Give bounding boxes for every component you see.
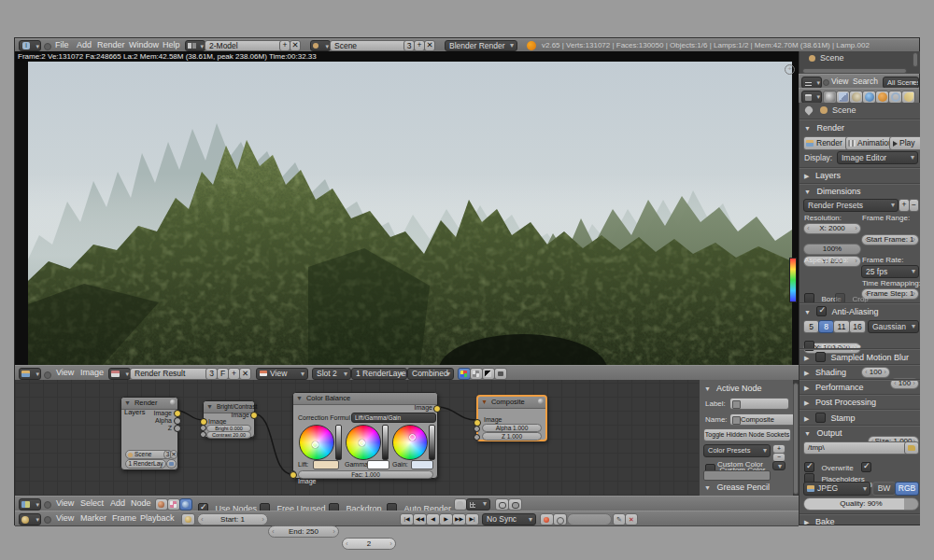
aa-samples-16[interactable]: 16	[849, 320, 866, 333]
post-processing-panel-header[interactable]: Post Processing	[804, 398, 876, 407]
header-collapse-dot[interactable]	[44, 516, 51, 524]
tab-render-layers[interactable]	[836, 91, 850, 104]
preset-menu-button[interactable]	[772, 461, 785, 470]
node-menu-node[interactable]: Node	[131, 497, 151, 511]
cb-gain-cursor[interactable]	[409, 434, 416, 441]
copy-node-group-button[interactable]	[495, 498, 509, 511]
cb-formula-dropdown[interactable]: Lift/Gamma/Gain	[351, 413, 436, 423]
quality-slider[interactable]: Quality: 90%	[803, 497, 919, 511]
tree-type-texture-button[interactable]	[167, 498, 180, 511]
keying-set-icon-button[interactable]	[553, 513, 567, 525]
socket-alpha-out[interactable]	[174, 417, 181, 425]
image-editor-canvas[interactable]: +	[15, 62, 799, 365]
header-collapse-dot[interactable]	[823, 79, 829, 86]
preset-remove-button[interactable]: −	[909, 199, 919, 212]
node-menu-select[interactable]: Select	[80, 497, 104, 511]
grease-pencil-panel-header[interactable]: Grease Pencil	[704, 483, 770, 492]
stamp-panel-header[interactable]: Stamp	[804, 413, 855, 423]
play-button[interactable]: ▶	[439, 513, 453, 525]
full-sample-row[interactable]: Full Sample	[804, 336, 861, 353]
collapse-icon[interactable]	[481, 398, 491, 406]
shading-panel-header[interactable]: Shading	[804, 368, 846, 377]
bc-socket-image-out[interactable]	[250, 412, 258, 419]
play-reverse-button[interactable]: ◀	[426, 513, 440, 525]
cb-lift-cursor[interactable]	[312, 441, 318, 448]
layout-delete-button[interactable]: ✕	[290, 40, 301, 51]
node-menu-view[interactable]: View	[56, 497, 74, 511]
rl-render-button[interactable]	[166, 459, 177, 469]
screen-layout-icon-button[interactable]	[185, 40, 205, 51]
display-dropdown[interactable]: Image Editor	[837, 151, 918, 164]
render-engine-dropdown[interactable]: Blender Render	[445, 40, 517, 51]
motion-blur-panel-header[interactable]: Sampled Motion Blur	[804, 352, 909, 362]
tab-world[interactable]	[862, 91, 876, 104]
header-collapse-dot[interactable]	[44, 371, 51, 379]
image-menu-image[interactable]: Image	[80, 366, 104, 380]
start-frame-prop-field[interactable]: Start Frame: 1	[861, 234, 919, 245]
socket-z-out[interactable]	[174, 425, 181, 432]
paste-node-group-button[interactable]	[508, 498, 522, 511]
menu-help[interactable]: Help	[163, 38, 180, 52]
node-composite[interactable]: Composite Image Alpha 1.000 Z 1.000	[476, 395, 547, 441]
collapse-icon[interactable]	[206, 403, 217, 410]
image-menu-view[interactable]: View	[56, 366, 74, 380]
cb-gain-slider[interactable]	[429, 425, 435, 460]
composite-z-field[interactable]: Z 1.000	[482, 432, 542, 441]
pin-icon[interactable]	[803, 105, 814, 115]
cb-socket-image-in[interactable]	[290, 471, 297, 479]
timeline-menu-playback[interactable]: Playback	[140, 511, 175, 525]
output-path-field[interactable]: /tmp\	[803, 441, 908, 455]
motion-blur-checkbox[interactable]	[815, 352, 826, 362]
image-unlink-button[interactable]: ✕	[239, 368, 251, 380]
menu-add[interactable]: Add	[77, 38, 92, 52]
end-frame-field[interactable]: End: 250	[268, 525, 339, 538]
snap-toggle-button[interactable]	[454, 498, 467, 511]
cb-gamma-slider[interactable]	[382, 425, 389, 460]
custom-color-swatch[interactable]	[703, 470, 771, 481]
node-bright-contrast[interactable]: Bright/Contrast Image Image Bright 0.000…	[203, 400, 255, 438]
render-slot-dropdown[interactable]: Slot 2	[312, 368, 351, 380]
prev-keyframe-button[interactable]: ◀◀	[413, 513, 427, 525]
aa-filter-dropdown[interactable]: Gaussian	[868, 320, 919, 333]
cb-socket-image-out[interactable]	[433, 405, 441, 413]
play-render-button[interactable]: Play	[889, 136, 920, 150]
cb-gamma-cursor[interactable]	[359, 440, 365, 446]
next-keyframe-button[interactable]: ▶▶	[452, 513, 466, 525]
outliner-v-scrollbar[interactable]	[913, 52, 918, 67]
draw-single-layer-button[interactable]	[494, 368, 507, 380]
menu-window[interactable]: Window	[129, 38, 159, 52]
node-editor-type-button[interactable]	[19, 498, 41, 511]
timeline-menu-frame[interactable]: Frame	[112, 511, 136, 525]
sync-mode-dropdown[interactable]: No Sync	[482, 513, 536, 525]
color-presets-dropdown[interactable]: Color Presets	[703, 444, 771, 457]
node-color-balance[interactable]: Color Balance Image Correction Formul Li…	[292, 392, 438, 479]
aa-samples-8[interactable]: 8	[818, 320, 834, 333]
aa-samples-11[interactable]: 11	[833, 320, 850, 333]
bake-panel-header[interactable]: Bake	[804, 517, 834, 525]
menu-render[interactable]: Render	[97, 38, 125, 52]
rl-scene-unlink[interactable]: ✕	[170, 450, 177, 459]
antialiasing-panel-header[interactable]: Anti-Aliasing	[804, 306, 879, 316]
tree-type-shader-button[interactable]	[155, 498, 168, 511]
node-menu-add[interactable]: Add	[110, 497, 125, 511]
dimensions-panel-header[interactable]: Dimensions	[804, 187, 860, 196]
image-editor-type-button[interactable]	[19, 368, 41, 380]
node-render-layers[interactable]: Render Layers Image Alpha Z Scene 3 ✕ 1 …	[120, 397, 178, 470]
remap-old-field[interactable]: 100	[861, 367, 890, 378]
file-format-dropdown[interactable]: JPEG	[803, 482, 870, 496]
composite-socket-z[interactable]	[474, 434, 480, 441]
bc-socket-contrast[interactable]	[200, 431, 206, 438]
color-bw-button[interactable]: BW	[872, 482, 896, 496]
current-frame-field[interactable]: 2	[342, 538, 396, 550]
image-name-field[interactable]: Render Result	[130, 368, 210, 380]
cb-lift-slider[interactable]	[335, 425, 342, 460]
draw-alpha-button[interactable]	[470, 368, 483, 380]
image-view-mode-dropdown[interactable]: View	[256, 368, 308, 380]
tab-constraints[interactable]	[888, 91, 902, 104]
header-collapse-dot[interactable]	[44, 501, 51, 509]
outliner-scene-item[interactable]: Scene	[820, 53, 844, 63]
tree-type-compositing-button[interactable]	[179, 498, 192, 511]
collapse-icon[interactable]	[296, 394, 306, 402]
antialiasing-checkbox[interactable]	[816, 306, 827, 316]
render-panel-header[interactable]: Render	[804, 123, 844, 133]
